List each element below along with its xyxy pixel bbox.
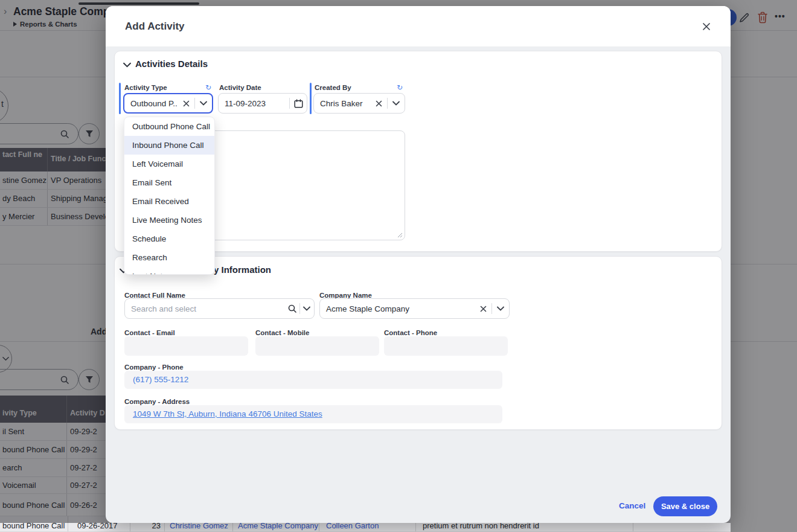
modified-indicator-bar — [310, 83, 312, 114]
calendar-button[interactable] — [290, 99, 307, 108]
activity-date-input[interactable]: 11-09-2023 — [218, 93, 307, 114]
clear-x-icon — [376, 100, 382, 107]
calendar-icon — [294, 99, 303, 108]
dropdown-toggle[interactable] — [492, 306, 509, 311]
dropdown-option[interactable]: Email Sent — [124, 173, 214, 192]
dropdown-option[interactable]: Research — [124, 248, 214, 267]
dropdown-option[interactable]: Left Voicemail — [124, 155, 214, 173]
company-phone-label: Company - Phone — [124, 364, 184, 371]
company-address-label: Company - Address — [124, 398, 190, 405]
contact-phone-field — [384, 336, 508, 356]
chevron-down-icon — [303, 306, 310, 311]
clear-button[interactable] — [475, 306, 491, 312]
contact-email-label: Contact - Email — [124, 329, 175, 336]
contact-company-section: Contact & Company Information Contact Fu… — [114, 256, 722, 430]
modified-indicator-bar — [119, 83, 121, 114]
activity-date-value: 11-09-2023 — [219, 99, 289, 108]
dropdown-toggle[interactable] — [299, 306, 314, 311]
save-close-button[interactable]: Save & close — [653, 496, 717, 516]
chevron-down-icon — [497, 306, 504, 311]
dropdown-toggle[interactable] — [195, 101, 212, 106]
modal-overlay — [731, 523, 797, 532]
reset-icon[interactable]: ↻ — [397, 83, 403, 92]
contact-mobile-field — [255, 336, 379, 356]
company-phone-field: (617) 555-1212 — [124, 371, 502, 389]
close-button[interactable] — [700, 21, 712, 33]
clear-button[interactable] — [178, 100, 194, 107]
clear-x-icon — [183, 100, 190, 107]
contact-search-input[interactable] — [125, 299, 285, 318]
section-collapse-icon[interactable] — [123, 62, 131, 68]
created-by-label: Created By — [315, 84, 351, 91]
created-by-value: Chris Baker — [314, 99, 370, 108]
contact-phone-label: Contact - Phone — [384, 329, 437, 336]
chevron-down-icon — [200, 101, 207, 106]
activity-type-value: Outbound P... — [124, 99, 178, 108]
search-icon — [287, 304, 297, 313]
resize-grip-icon[interactable] — [397, 232, 403, 238]
reset-icon[interactable]: ↻ — [205, 83, 211, 92]
company-address-link[interactable]: 1049 W 7th St, Auburn, Indiana 46706 Uni… — [133, 409, 322, 418]
dropdown-option-highlighted[interactable]: Inbound Phone Call — [124, 136, 214, 155]
activity-type-dropdown: Outbound Phone Call Inbound Phone Call L… — [124, 117, 215, 275]
chevron-down-icon — [392, 101, 400, 106]
dropdown-option[interactable]: Last Note — [124, 267, 214, 275]
activity-date-label: Activity Date — [219, 84, 261, 91]
dropdown-option[interactable]: Schedule — [124, 229, 214, 248]
company-name-value: Acme Staple Company — [320, 304, 475, 313]
company-address-field: 1049 W 7th St, Auburn, Indiana 46706 Uni… — [124, 405, 502, 423]
section-title[interactable]: Activities Details — [135, 59, 208, 69]
created-by-select[interactable]: Chris Baker — [313, 93, 405, 114]
contact-full-name-select[interactable] — [124, 298, 315, 319]
search-button[interactable] — [285, 304, 299, 313]
screen: › Acme Staple Company Reports & Charts •… — [0, 0, 797, 532]
company-phone-link[interactable]: (617) 555-1212 — [133, 375, 188, 384]
activity-type-select[interactable]: Outbound P... — [123, 93, 213, 114]
company-name-select[interactable]: Acme Staple Company — [319, 298, 510, 319]
dropdown-option[interactable]: Outbound Phone Call — [124, 117, 214, 136]
modal-header: Add Activity — [106, 6, 731, 47]
clear-button[interactable] — [370, 100, 387, 107]
close-icon — [702, 22, 711, 31]
contact-email-field — [124, 336, 248, 356]
dropdown-toggle[interactable] — [388, 101, 405, 106]
dropdown-option[interactable]: Email Received — [124, 192, 214, 211]
cancel-button[interactable]: Cancel — [619, 501, 645, 510]
clear-x-icon — [480, 306, 487, 312]
activity-type-label: Activity Type — [124, 84, 167, 91]
modal-title: Add Activity — [125, 21, 185, 33]
contact-mobile-label: Contact - Mobile — [255, 329, 309, 336]
dropdown-option[interactable]: Live Meeting Notes — [124, 211, 214, 229]
